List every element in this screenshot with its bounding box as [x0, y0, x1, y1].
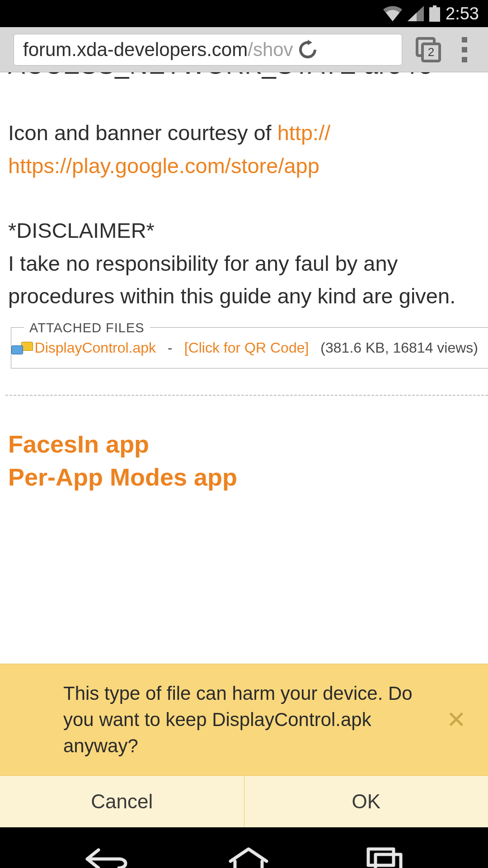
svg-rect-0 [433, 5, 436, 7]
attached-file-link[interactable]: DisplayControl.apk [35, 340, 156, 356]
url-path: /shov [248, 39, 293, 61]
url-domain: forum.xda-developers.com [23, 39, 248, 61]
courtesy-line: Icon and banner courtesy of http:// [8, 117, 480, 150]
play-link[interactable]: https://play.google.com/store/app [8, 150, 480, 183]
svg-rect-1 [429, 7, 440, 22]
courtesy-prefix: Icon and banner courtesy of [8, 121, 277, 145]
disclaimer-block: *DISCLAIMER* I take no responsibility fo… [8, 214, 480, 313]
clock-text: 2:53 [446, 4, 479, 24]
file-icon [21, 342, 23, 354]
url-bar[interactable]: forum.xda-developers.com /shov [14, 34, 402, 66]
svg-rect-2 [368, 849, 394, 865]
signature-block: FacesIn app Per-App Modes app [8, 428, 488, 494]
disclaimer-body: I take no responsibility for any faul by… [8, 247, 480, 313]
attached-row: DisplayControl.apk - [Click for QR Code]… [21, 340, 478, 356]
tabs-button[interactable]: 2 [416, 37, 441, 62]
attached-files-box: ATTACHED FILES DisplayControl.apk - [Cli… [11, 327, 488, 368]
page-content: ACCESS_NETWORK_STATE are re Icon and ban… [0, 72, 488, 827]
recents-icon[interactable] [365, 845, 405, 868]
refresh-icon[interactable] [298, 40, 318, 60]
cancel-button[interactable]: Cancel [0, 776, 244, 827]
cutoff-text: ACCESS_NETWORK_STATE are re [8, 72, 480, 78]
download-message: This type of file can harm your device. … [18, 680, 443, 759]
disclaimer-heading: *DISCLAIMER* [8, 214, 480, 247]
menu-icon[interactable] [455, 37, 474, 62]
courtesy-link[interactable]: http:// [277, 121, 331, 145]
browser-toolbar: forum.xda-developers.com /shov 2 [0, 27, 488, 72]
sig-link-1[interactable]: FacesIn app [8, 428, 488, 461]
attached-label: ATTACHED FILES [24, 321, 150, 335]
ok-button[interactable]: OK [244, 776, 488, 827]
navigation-bar [0, 827, 488, 868]
attached-meta: (381.6 KB, 16814 views) [320, 340, 478, 356]
tab-count: 2 [421, 42, 441, 62]
sig-link-2[interactable]: Per-App Modes app [8, 461, 488, 494]
signal-icon [408, 6, 424, 21]
attached-sep: - [168, 340, 173, 356]
back-icon[interactable] [83, 845, 132, 868]
close-icon[interactable]: ✕ [443, 706, 470, 733]
attached-qr-link[interactable]: [Click for QR Code] [184, 340, 309, 356]
home-icon[interactable] [226, 845, 271, 868]
status-bar: 2:53 [0, 0, 488, 27]
divider [5, 395, 488, 396]
battery-icon [429, 5, 440, 22]
wifi-icon [383, 6, 402, 21]
download-warning-bar: This type of file can harm your device. … [0, 664, 488, 827]
